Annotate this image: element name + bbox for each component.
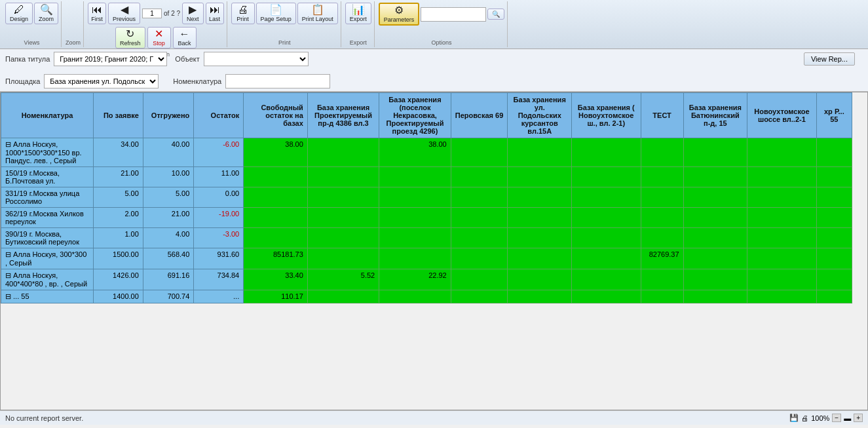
header-perov: Перовская 69 bbox=[451, 93, 508, 138]
zoom-button[interactable]: 🔍 Zoom bbox=[34, 3, 58, 24]
find-input[interactable] bbox=[421, 7, 486, 22]
header-nou: Новоухтомское шоссе вл..2-1 bbox=[747, 93, 817, 138]
status-right: 💾 🖨 100% − ▬ + bbox=[789, 414, 863, 422]
object-label: Объект bbox=[175, 55, 199, 63]
header-test: ТЕСТ bbox=[641, 93, 683, 138]
header-ostatok: Остаток bbox=[194, 93, 244, 138]
zoom-in-button[interactable]: + bbox=[854, 414, 863, 422]
table-row: ⊟ Алла Носкуя, 1000*1500*300*150 вр. Пан… bbox=[1, 138, 852, 167]
print-icon: 🖨 bbox=[238, 5, 248, 15]
navigation-group: ⏮ First ◀ Previous of 2 ? ▶ Next ⏭ Last … bbox=[85, 1, 227, 47]
page-setup-button[interactable]: 📄 Page Setup bbox=[256, 3, 296, 24]
header-baza2: База хранения (поселок Некрасовка, Проек… bbox=[379, 93, 451, 138]
header-nomenklatura: Номенклатура bbox=[1, 93, 94, 138]
table-row: ⊟ ... 551400.00700.74...110.17 bbox=[1, 290, 852, 303]
next-button[interactable]: ▶ Next bbox=[182, 3, 204, 24]
toolbar: 🖊 Design 🔍 Zoom Views Zoom ⏮ First ◀ Pre… bbox=[0, 0, 868, 49]
table-row: 362/19 г.Москва Хилков переулок2.0021.00… bbox=[1, 208, 852, 228]
page-setup-icon: 📄 bbox=[269, 5, 282, 15]
nomenklatura-label: Номенклатура bbox=[173, 77, 221, 85]
options-group-label: Options bbox=[431, 38, 451, 46]
views-group: 🖊 Design 🔍 Zoom Views bbox=[3, 1, 62, 47]
views-group-label: Views bbox=[24, 38, 40, 46]
refresh-icon: ↻ bbox=[126, 29, 134, 39]
stop-icon: ✕ bbox=[155, 29, 163, 39]
print-group-label: Print bbox=[278, 38, 291, 46]
table-row: 150/19 г.Москва, Б.Почтовая ул.21.0010.0… bbox=[1, 167, 852, 187]
object-row: Объект bbox=[175, 52, 308, 66]
report-table: Номенклатура По заявке Отгружено Остаток… bbox=[1, 92, 852, 303]
status-message: No current report server. bbox=[5, 414, 83, 422]
view-rep-button[interactable]: View Rep... bbox=[804, 52, 855, 66]
zoom-slider-icon: ▬ bbox=[844, 414, 851, 422]
header-svobodny: Свободный остаток на базах bbox=[244, 93, 308, 138]
print-button[interactable]: 🖨 Print bbox=[231, 3, 255, 24]
ploshchadka-row: Площадка База хранения ул. Подольск Номе… bbox=[5, 74, 863, 88]
stop-button[interactable]: ✕ Stop bbox=[147, 27, 171, 49]
table-row: 331/19 г.Москва улица Россолимо5.005.000… bbox=[1, 187, 852, 208]
last-button[interactable]: ⏭ Last bbox=[206, 3, 224, 24]
first-button[interactable]: ⏮ First bbox=[88, 3, 106, 24]
export-icon: 📊 bbox=[352, 5, 365, 15]
zoom-group-label: Zoom bbox=[66, 38, 81, 46]
parameters-bar: Папка титула Гранит 2019; Гранит 2020; Г… bbox=[0, 49, 868, 92]
ploshchadka-label: Площадка bbox=[5, 77, 40, 85]
back-button[interactable]: ← Back bbox=[173, 27, 197, 49]
design-icon: 🖊 bbox=[14, 5, 24, 15]
last-icon: ⏭ bbox=[210, 5, 220, 15]
export-button[interactable]: 📊 Export bbox=[345, 3, 371, 24]
table-row: ⊟ Алла Носкуя, 300*300 , Серый1500.00568… bbox=[1, 248, 852, 269]
table-row: ⊟ Алла Носкуя, 400*400*80 , вр. , Серый1… bbox=[1, 269, 852, 290]
zoom-value: 100% bbox=[811, 414, 829, 422]
design-button[interactable]: 🖊 Design bbox=[5, 3, 33, 24]
print-group: 🖨 Print 📄 Page Setup 📋 Print Layout Prin… bbox=[229, 1, 341, 47]
nomenklatura-input[interactable] bbox=[225, 74, 330, 88]
header-po-zayavke: По заявке bbox=[93, 93, 143, 138]
refresh-button[interactable]: ↻ Refresh bbox=[115, 27, 145, 49]
page-number-input[interactable] bbox=[142, 9, 162, 18]
zoom-out-button[interactable]: − bbox=[832, 414, 841, 422]
parameters-icon: ⚙ bbox=[394, 5, 404, 16]
back-icon: ← bbox=[179, 29, 190, 39]
table-row: 390/19 г. Москва, Бутиковский переулок1.… bbox=[1, 228, 852, 248]
object-select[interactable] bbox=[204, 52, 309, 66]
options-group: ⚙ Parameters 🔍 Options bbox=[376, 1, 508, 47]
papka-select[interactable]: Гранит 2019; Гранит 2020; Г bbox=[54, 52, 167, 66]
status-bar: No current report server. 💾 🖨 100% − ▬ + bbox=[0, 410, 868, 425]
status-icon1: 💾 bbox=[789, 414, 799, 422]
previous-icon: ◀ bbox=[121, 5, 128, 15]
papka-row: Папка титула Гранит 2019; Гранит 2020; Г bbox=[5, 52, 167, 66]
parameters-button[interactable]: ⚙ Parameters bbox=[379, 3, 420, 26]
page-of-label: of 2 ? bbox=[164, 10, 180, 17]
find-icon: 🔍 bbox=[492, 10, 500, 18]
export-group: 📊 Export Export bbox=[343, 1, 375, 47]
first-icon: ⏮ bbox=[92, 5, 102, 15]
papka-label: Папка титула bbox=[5, 55, 50, 63]
header-baza1: База хранения Проектируемый пр-д 4386 вл… bbox=[307, 93, 379, 138]
header-otgruzh: Отгружено bbox=[143, 93, 194, 138]
print-layout-button[interactable]: 📋 Print Layout bbox=[297, 3, 338, 24]
ploshchadka-select[interactable]: База хранения ул. Подольск bbox=[44, 74, 159, 88]
zoom-icon: 🔍 bbox=[40, 5, 53, 15]
header-xr: хр Р... 55 bbox=[816, 93, 852, 138]
next-icon: ▶ bbox=[189, 5, 197, 15]
zoom-group-section: Zoom bbox=[63, 1, 84, 47]
header-baza4: База хранения ( Новоухтомское ш., вл. 2-… bbox=[572, 93, 641, 138]
status-icon2: 🖨 bbox=[801, 414, 808, 422]
previous-button[interactable]: ◀ Previous bbox=[108, 3, 140, 24]
header-baza3: База хранения ул. Подольских курсантов в… bbox=[508, 93, 572, 138]
report-table-container[interactable]: Номенклатура По заявке Отгружено Остаток… bbox=[0, 92, 868, 410]
find-button[interactable]: 🔍 bbox=[487, 9, 504, 20]
export-group-label: Export bbox=[350, 38, 367, 46]
header-baza5: База хранения Батюнинский п-д, 15 bbox=[683, 93, 747, 138]
print-layout-icon: 📋 bbox=[311, 5, 324, 15]
